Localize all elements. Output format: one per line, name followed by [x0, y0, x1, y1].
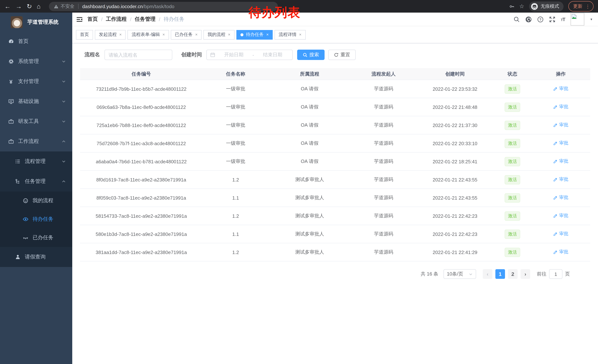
tab-流程表单-编辑[interactable]: 流程表单-编辑×: [128, 30, 169, 40]
page-size-select[interactable]: 10条/页: [443, 269, 476, 279]
sidebar-item-todo-tasks[interactable]: 待办任务: [0, 210, 72, 228]
search-icon[interactable]: [513, 16, 520, 22]
cell-process: OA 请假: [269, 86, 350, 92]
tab-label: 我的流程: [208, 32, 225, 38]
sidebar-item-task-mgmt[interactable]: 任务管理: [0, 171, 72, 191]
sidebar-item-system[interactable]: 系统管理: [0, 51, 72, 72]
tab-已办任务[interactable]: 已办任务×: [171, 30, 202, 40]
reset-button[interactable]: 重置: [328, 50, 356, 60]
address-bar[interactable]: 不安全 dashboard.yudao.iocoder.cn/bpm/task/…: [49, 2, 278, 11]
tab-流程详情[interactable]: 流程详情×: [274, 30, 306, 40]
tab-首页[interactable]: 首页: [76, 30, 93, 40]
cell-status: 激活: [493, 211, 532, 220]
sidebar-item-leave-query[interactable]: 请假查询: [0, 247, 72, 267]
tab-label: 流程表单-编辑: [132, 32, 160, 38]
task-table: 任务编号 任务名称 所属流程 流程发起人 创建时间 状态 操作 73211d9d…: [80, 68, 590, 261]
approve-link[interactable]: 审批: [553, 194, 569, 201]
cell-status: 激活: [493, 139, 532, 148]
bookmark-star-icon[interactable]: ☆: [519, 3, 524, 10]
goto-page-input[interactable]: [549, 269, 562, 279]
breadcrumb-workflow[interactable]: 工作流程: [106, 16, 127, 23]
github-icon[interactable]: [525, 16, 532, 22]
tab-close-icon[interactable]: ×: [299, 32, 301, 37]
browser-back-icon[interactable]: ←: [4, 3, 11, 9]
refresh-icon: [334, 52, 339, 57]
browser-update-button[interactable]: 更新 ⋮: [568, 1, 594, 11]
approve-link[interactable]: 审批: [553, 86, 569, 92]
table-body: 73211d9d-7b9b-11ec-b5b7-acde48001122一级审批…: [80, 80, 590, 261]
approve-link[interactable]: 审批: [553, 140, 569, 146]
prev-page-button[interactable]: ‹: [483, 269, 492, 279]
sidebar-item-workflow[interactable]: 工作流程: [0, 131, 72, 152]
app-title: 芋道管理系统: [27, 19, 58, 25]
tab-close-icon[interactable]: ×: [195, 32, 198, 37]
tab-close-icon[interactable]: ×: [119, 32, 122, 37]
tab-close-icon[interactable]: ×: [162, 32, 165, 37]
col-create-time: 创建时间: [417, 71, 493, 77]
browser-forward-icon[interactable]: →: [16, 3, 22, 9]
cell-process: OA 请假: [269, 140, 350, 147]
active-tab-dot: [241, 33, 243, 36]
page-button-1[interactable]: 1: [495, 269, 505, 279]
breadcrumb-task-mgmt[interactable]: 任务管理: [135, 16, 156, 23]
process-name-input[interactable]: [105, 50, 172, 60]
sidebar-item-my-process[interactable]: 我的流程: [0, 191, 72, 210]
cell-action: 审批: [532, 86, 590, 92]
status-badge: 激活: [505, 229, 520, 239]
cell-task-id: 381aa1dd-7ac8-11ec-a9e2-a2380e71991a: [80, 249, 202, 255]
sidebar-item-infra[interactable]: 基础设施: [0, 91, 72, 112]
sidebar-item-process-mgmt[interactable]: 流程管理: [0, 152, 72, 171]
browser-reload-icon[interactable]: ↻: [27, 3, 32, 9]
approve-link[interactable]: 审批: [553, 122, 569, 128]
avatar[interactable]: [571, 13, 584, 25]
browser-home-icon[interactable]: ⌂: [37, 3, 41, 9]
approve-link[interactable]: 审批: [553, 104, 569, 110]
sidebar-item-payment[interactable]: ¥支付管理: [0, 72, 72, 91]
approve-link[interactable]: 审批: [553, 231, 569, 237]
approve-link[interactable]: 审批: [553, 177, 569, 183]
sidebar-item-devtools[interactable]: 研发工具: [0, 112, 72, 131]
table-row: 8f0d1619-7ac8-11ec-a9e2-a2380e71991a1.2测…: [80, 171, 590, 189]
approve-link[interactable]: 审批: [553, 158, 569, 165]
sidebar-item-label: 首页: [18, 38, 29, 45]
sidebar-item-home[interactable]: 首页: [0, 32, 72, 51]
table-row: 75d72608-7b7f-11ec-a3c8-acde48001122一级审批…: [80, 134, 590, 153]
sidebar-item-label: 已办任务: [33, 235, 53, 241]
cell-process: OA 请假: [269, 158, 350, 165]
cell-create-time: 2022-01-22 21:48:48: [417, 104, 493, 110]
cell-action: 审批: [532, 231, 590, 237]
collapse-sidebar-icon[interactable]: [76, 16, 83, 23]
cell-task-id: 73211d9d-7b9b-11ec-b5b7-acde48001122: [80, 86, 202, 92]
briefcase-icon: [8, 138, 14, 145]
fullscreen-icon[interactable]: [549, 16, 555, 22]
cell-create-time: 2022-01-21 22:42:23: [417, 231, 493, 237]
avatar-caret-icon[interactable]: ▼: [590, 18, 593, 21]
next-page-button[interactable]: ›: [521, 269, 530, 279]
sidebar-item-done-tasks[interactable]: 已办任务: [0, 228, 72, 247]
date-range-picker[interactable]: 开始日期 - 结束日期: [206, 50, 293, 60]
eye-icon: [22, 216, 29, 222]
end-date-placeholder[interactable]: 结束日期: [256, 51, 289, 58]
approve-link[interactable]: 审批: [553, 249, 569, 255]
cell-process: 测试多审批人: [269, 231, 350, 237]
tab-close-icon[interactable]: ×: [228, 32, 231, 37]
page-button-2[interactable]: 2: [508, 269, 518, 279]
search-button[interactable]: 搜索: [297, 50, 324, 60]
approve-link[interactable]: 审批: [553, 213, 569, 219]
tab-close-icon[interactable]: ×: [266, 32, 269, 37]
tab-我的流程[interactable]: 我的流程×: [204, 30, 234, 40]
app-logo-row[interactable]: 芋道管理系统: [0, 13, 72, 32]
browser-menu-icon[interactable]: ⋮: [585, 4, 590, 9]
cell-starter: 芋道源码: [350, 158, 417, 165]
cell-task-id: 069c6a63-7b8a-11ec-8ef0-acde48001122: [80, 104, 202, 110]
font-size-icon[interactable]: TT: [561, 16, 565, 22]
start-date-placeholder[interactable]: 开始日期: [217, 51, 250, 58]
key-icon[interactable]: [509, 4, 515, 9]
breadcrumb-home[interactable]: 首页: [87, 16, 98, 23]
sidebar-item-label: 我的流程: [33, 197, 53, 204]
security-label[interactable]: 不安全: [61, 3, 75, 9]
tab-待办任务[interactable]: 待办任务×: [236, 30, 273, 40]
status-badge: 激活: [505, 121, 520, 130]
help-icon[interactable]: ?: [537, 16, 543, 22]
tab-发起流程[interactable]: 发起流程×: [95, 30, 126, 40]
